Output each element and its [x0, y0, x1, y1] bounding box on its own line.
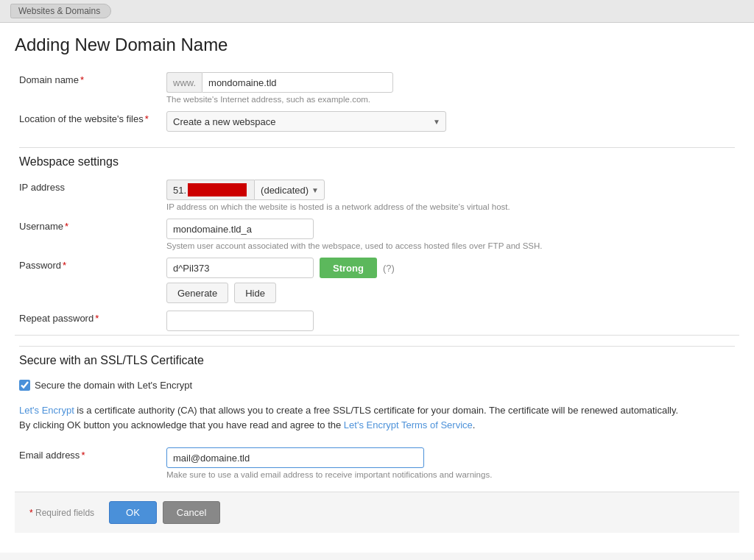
- password-wrapper: Strong (?): [166, 258, 735, 278]
- password-strength-badge: Strong: [320, 258, 377, 278]
- password-input[interactable]: [166, 258, 314, 278]
- ssl-checkbox-row: Secure the domain with Let's Encrypt: [15, 372, 739, 397]
- ssl-section-header: Secure with an SSL/TLS Certificate: [19, 346, 735, 370]
- cancel-button[interactable]: Cancel: [163, 501, 220, 524]
- generate-button[interactable]: Generate: [166, 283, 228, 303]
- ip-redacted-block: [188, 183, 247, 196]
- webspace-settings-header-cell: Webspace settings: [15, 135, 739, 176]
- page-title: Adding New Domain Name: [15, 35, 739, 55]
- ssl-section-row: Secure with an SSL/TLS Certificate: [15, 336, 739, 372]
- password-field-cell: Strong (?) Generate Hide: [162, 254, 739, 307]
- email-field-cell: Make sure to use a valid email address t…: [162, 444, 739, 483]
- lets-encrypt-link-1[interactable]: Let's Encrypt: [19, 405, 74, 416]
- password-row: Password* Strong (?) Generate Hide: [15, 254, 739, 307]
- ssl-checkbox[interactable]: [19, 380, 30, 391]
- main-content: Adding New Domain Name Domain name* www.…: [0, 23, 754, 553]
- ssl-description-text: Let's Encrypt is a certificate authority…: [19, 400, 682, 438]
- email-address-row: Email address* Make sure to use a valid …: [15, 444, 739, 483]
- password-help-link[interactable]: (?): [383, 263, 395, 274]
- username-row: Username* System user account associated…: [15, 215, 739, 254]
- domain-www-prefix: www.: [166, 72, 202, 93]
- location-required: *: [145, 113, 149, 124]
- repeat-password-field-cell: [162, 307, 739, 336]
- password-label: Password*: [15, 254, 162, 307]
- ok-button[interactable]: OK: [109, 501, 157, 524]
- repeat-password-required: *: [95, 313, 99, 324]
- password-btn-group: Generate Hide: [166, 283, 735, 303]
- breadcrumb-bar: Websites & Domains: [0, 0, 754, 23]
- required-star-note: *: [29, 508, 33, 518]
- ip-input-wrapper: 51. (dedicated) ▼: [166, 180, 735, 200]
- location-select[interactable]: Create a new webspace: [166, 111, 446, 132]
- footer-row: * Required fields OK Cancel: [15, 492, 739, 533]
- ssl-description-row: Let's Encrypt is a certificate authority…: [15, 397, 739, 444]
- domain-name-field-cell: www. The website's Internet address, suc…: [162, 68, 739, 107]
- webspace-settings-header-row: Webspace settings: [15, 135, 739, 176]
- form-table: Domain name* www. The website's Internet…: [15, 68, 739, 483]
- username-label: Username*: [15, 215, 162, 254]
- ssl-description-cell: Let's Encrypt is a certificate authority…: [15, 397, 739, 444]
- ssl-desc-part3: .: [473, 419, 476, 430]
- location-field-cell: Create a new webspace ▼: [162, 107, 739, 135]
- repeat-password-label: Repeat password*: [15, 307, 162, 336]
- repeat-password-row: Repeat password*: [15, 307, 739, 336]
- username-input[interactable]: [166, 219, 314, 239]
- domain-name-row: Domain name* www. The website's Internet…: [15, 68, 739, 107]
- username-field-cell: System user account associated with the …: [162, 215, 739, 254]
- ip-address-field-cell: 51. (dedicated) ▼ IP address on which th…: [162, 176, 739, 215]
- repeat-password-input[interactable]: [166, 311, 314, 331]
- password-required: *: [63, 260, 66, 271]
- ip-address-label: IP address: [15, 176, 162, 215]
- email-address-label: Email address*: [15, 444, 162, 483]
- ssl-checkbox-label: Secure the domain with Let's Encrypt: [35, 380, 192, 391]
- domain-name-required: *: [80, 74, 84, 85]
- hide-button[interactable]: Hide: [234, 283, 276, 303]
- ip-hint: IP address on which the website is hoste…: [166, 202, 564, 211]
- username-required: *: [65, 221, 68, 232]
- location-select-wrapper: Create a new webspace ▼: [166, 111, 446, 132]
- domain-name-label: Domain name*: [15, 68, 162, 107]
- email-required: *: [81, 450, 85, 461]
- ip-address-row: IP address 51. (dedicated) ▼ IP address …: [15, 176, 739, 215]
- ssl-checkbox-cell: Secure the domain with Let's Encrypt: [15, 372, 739, 397]
- location-row: Location of the website's files* Create …: [15, 107, 739, 135]
- ip-prefix: 51.: [166, 180, 254, 200]
- breadcrumb-item-websites-domains[interactable]: Websites & Domains: [10, 4, 111, 18]
- required-note: * Required fields: [29, 508, 94, 518]
- domain-name-input[interactable]: [202, 72, 393, 93]
- domain-input-wrapper: www.: [166, 72, 735, 93]
- ip-select[interactable]: (dedicated): [254, 180, 325, 200]
- ssl-header-cell: Secure with an SSL/TLS Certificate: [15, 336, 739, 372]
- email-input[interactable]: [166, 447, 424, 468]
- ssl-checkbox-wrapper: Secure the domain with Let's Encrypt: [19, 375, 735, 394]
- domain-hint: The website's Internet address, such as …: [166, 95, 564, 104]
- email-hint: Make sure to use a valid email address t…: [166, 470, 564, 479]
- lets-encrypt-tos-link[interactable]: Let's Encrypt Terms of Service: [344, 419, 473, 430]
- username-hint: System user account associated with the …: [166, 241, 564, 250]
- location-label: Location of the website's files*: [15, 107, 162, 135]
- required-note-text: Required fields: [35, 508, 94, 518]
- webspace-settings-header: Webspace settings: [19, 147, 735, 173]
